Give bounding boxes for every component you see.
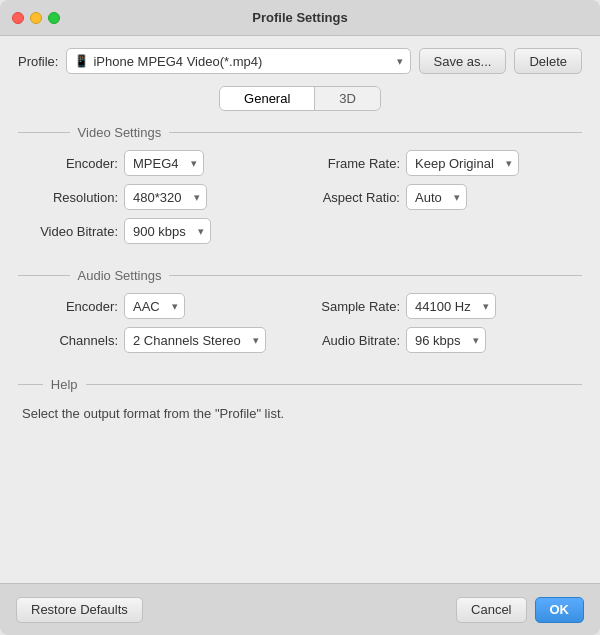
frame-rate-label: Frame Rate:: [310, 156, 400, 171]
profile-select[interactable]: iPhone MPEG4 Video(*.mp4): [66, 48, 410, 74]
frame-rate-row: Frame Rate: Keep Original: [310, 150, 572, 176]
audio-encoder-label: Encoder:: [28, 299, 118, 314]
channels-label: Channels:: [28, 333, 118, 348]
video-bitrate-select[interactable]: 900 kbps: [124, 218, 211, 244]
audio-line-right: [169, 275, 582, 276]
video-settings-section: Video Settings Encoder: MPEG4 Frame Rate…: [18, 125, 582, 244]
audio-line-left: [18, 275, 70, 276]
aspect-ratio-select[interactable]: Auto: [406, 184, 467, 210]
video-section-header: Video Settings: [18, 125, 582, 140]
restore-defaults-button[interactable]: Restore Defaults: [16, 597, 143, 623]
help-section-header: Help: [18, 377, 582, 392]
help-line-right: [86, 384, 582, 385]
profile-label: Profile:: [18, 54, 58, 69]
audio-section-header: Audio Settings: [18, 268, 582, 283]
main-content: Profile: 📱 iPhone MPEG4 Video(*.mp4) Sav…: [0, 36, 600, 583]
channels-select-wrapper: 2 Channels Stereo: [124, 327, 266, 353]
video-bitrate-select-wrapper: 900 kbps: [124, 218, 211, 244]
tabs-row: General 3D: [18, 86, 582, 111]
sample-rate-row: Sample Rate: 44100 Hz: [310, 293, 572, 319]
video-section-title: Video Settings: [78, 125, 162, 140]
profile-select-wrapper: 📱 iPhone MPEG4 Video(*.mp4): [66, 48, 410, 74]
window-title: Profile Settings: [252, 10, 347, 25]
footer: Restore Defaults Cancel OK: [0, 583, 600, 635]
encoder-row: Encoder: MPEG4: [28, 150, 290, 176]
audio-bitrate-row: Audio Bitrate: 96 kbps: [310, 327, 572, 353]
minimize-button[interactable]: [30, 12, 42, 24]
profile-row: Profile: 📱 iPhone MPEG4 Video(*.mp4) Sav…: [18, 48, 582, 74]
help-section-title: Help: [51, 377, 78, 392]
close-button[interactable]: [12, 12, 24, 24]
audio-encoder-select-wrapper: AAC: [124, 293, 185, 319]
footer-right: Cancel OK: [456, 597, 584, 623]
audio-bitrate-select-wrapper: 96 kbps: [406, 327, 486, 353]
traffic-lights: [12, 12, 60, 24]
tab-general[interactable]: General: [220, 87, 315, 110]
aspect-ratio-label: Aspect Ratio:: [310, 190, 400, 205]
aspect-ratio-select-wrapper: Auto: [406, 184, 467, 210]
channels-row: Channels: 2 Channels Stereo: [28, 327, 290, 353]
sample-rate-label: Sample Rate:: [310, 299, 400, 314]
tab-group: General 3D: [219, 86, 381, 111]
frame-rate-select-wrapper: Keep Original: [406, 150, 519, 176]
titlebar: Profile Settings: [0, 0, 600, 36]
resolution-select-wrapper: 480*320: [124, 184, 207, 210]
help-line-left: [18, 384, 43, 385]
audio-encoder-row: Encoder: AAC: [28, 293, 290, 319]
encoder-select[interactable]: MPEG4: [124, 150, 204, 176]
encoder-select-wrapper: MPEG4: [124, 150, 204, 176]
ok-button[interactable]: OK: [535, 597, 585, 623]
save-as-button[interactable]: Save as...: [419, 48, 507, 74]
audio-bitrate-select[interactable]: 96 kbps: [406, 327, 486, 353]
section-line-right: [169, 132, 582, 133]
help-text: Select the output format from the "Profi…: [18, 402, 582, 425]
aspect-ratio-row: Aspect Ratio: Auto: [310, 184, 572, 210]
cancel-button[interactable]: Cancel: [456, 597, 526, 623]
video-bitrate-label: Video Bitrate:: [28, 224, 118, 239]
encoder-label: Encoder:: [28, 156, 118, 171]
help-section: Help Select the output format from the "…: [18, 377, 582, 425]
sample-rate-select-wrapper: 44100 Hz: [406, 293, 496, 319]
sample-rate-select[interactable]: 44100 Hz: [406, 293, 496, 319]
video-bitrate-row: Video Bitrate: 900 kbps: [28, 218, 290, 244]
audio-section-title: Audio Settings: [78, 268, 162, 283]
resolution-select[interactable]: 480*320: [124, 184, 207, 210]
window: Profile Settings Profile: 📱 iPhone MPEG4…: [0, 0, 600, 635]
tab-3d[interactable]: 3D: [315, 87, 380, 110]
audio-encoder-select[interactable]: AAC: [124, 293, 185, 319]
frame-rate-select[interactable]: Keep Original: [406, 150, 519, 176]
audio-settings-section: Audio Settings Encoder: AAC Sample Rate:: [18, 268, 582, 353]
video-form-grid: Encoder: MPEG4 Frame Rate: Keep Original: [18, 150, 582, 244]
channels-select[interactable]: 2 Channels Stereo: [124, 327, 266, 353]
audio-form-grid: Encoder: AAC Sample Rate: 44100 Hz: [18, 293, 582, 353]
section-line-left: [18, 132, 70, 133]
resolution-row: Resolution: 480*320: [28, 184, 290, 210]
resolution-label: Resolution:: [28, 190, 118, 205]
delete-button[interactable]: Delete: [514, 48, 582, 74]
maximize-button[interactable]: [48, 12, 60, 24]
audio-bitrate-label: Audio Bitrate:: [310, 333, 400, 348]
